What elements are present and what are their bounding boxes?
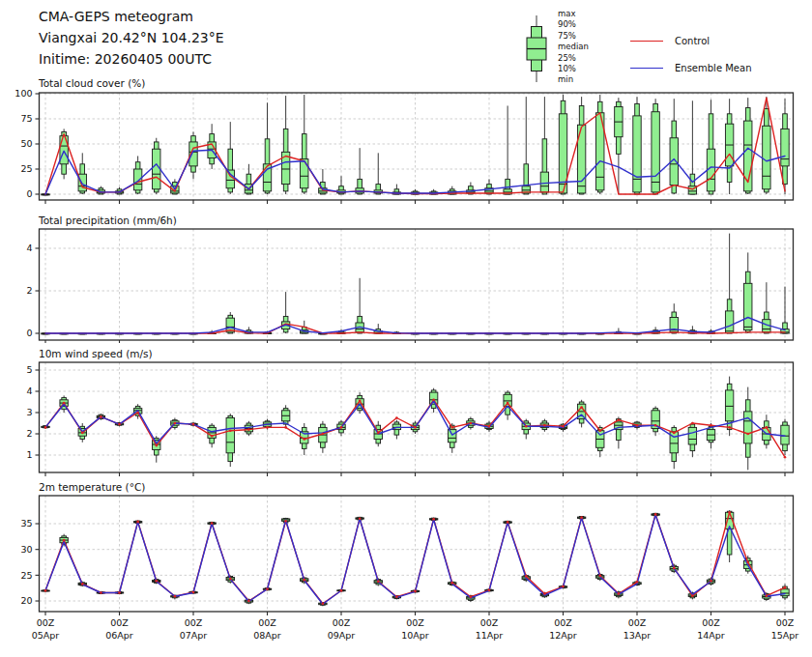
legend-label-median: median	[558, 42, 589, 52]
svg-text:07Apr: 07Apr	[180, 630, 208, 641]
svg-text:75: 75	[20, 113, 32, 124]
cloud-cover-chart: Total cloud cover (%)0255075100	[0, 75, 812, 209]
ensemble-mean-label: Ensemble Mean	[675, 63, 751, 73]
svg-text:15Apr: 15Apr	[771, 630, 799, 641]
legend-label-75: 75%	[558, 31, 589, 42]
init-time: Initime: 20260405 00UTC	[39, 48, 224, 70]
station-location: Viangxai 20.42°N 104.23°E	[39, 27, 224, 48]
svg-text:2: 2	[26, 428, 32, 439]
svg-text:10Apr: 10Apr	[401, 630, 429, 641]
temperature-chart: 2m temperature (°C)2025303500Z05Apr00Z06…	[0, 478, 812, 657]
svg-text:35: 35	[20, 518, 32, 528]
svg-text:12Apr: 12Apr	[549, 630, 577, 641]
svg-text:50: 50	[20, 138, 32, 149]
svg-text:1: 1	[26, 449, 32, 460]
legend-label-max: max	[558, 9, 589, 19]
svg-text:00Z: 00Z	[37, 617, 55, 628]
svg-text:0: 0	[26, 188, 32, 199]
legend-entry-control: Control	[630, 27, 751, 54]
svg-text:00Z: 00Z	[333, 617, 351, 628]
ensemble-mean-line-swatch	[630, 68, 663, 69]
svg-text:00Z: 00Z	[406, 617, 424, 628]
control-line-swatch	[630, 41, 663, 42]
svg-text:100: 100	[14, 88, 32, 99]
svg-text:09Apr: 09Apr	[328, 630, 356, 641]
svg-text:10m wind speed (m/s): 10m wind speed (m/s)	[39, 348, 153, 359]
precipitation-chart: Total precipitation (mm/6h)024	[0, 211, 812, 343]
svg-text:00Z: 00Z	[258, 617, 276, 628]
control-label: Control	[675, 36, 710, 46]
svg-text:20: 20	[20, 595, 32, 606]
series-legend: Control Ensemble Mean	[630, 27, 751, 81]
meteogram-figure: CMA-GEPS meteogram Viangxai 20.42°N 104.…	[0, 0, 812, 657]
svg-text:2m temperature (°C): 2m temperature (°C)	[39, 481, 145, 493]
svg-text:00Z: 00Z	[628, 617, 647, 628]
svg-text:00Z: 00Z	[702, 617, 720, 628]
svg-text:11Apr: 11Apr	[476, 630, 504, 641]
svg-text:13Apr: 13Apr	[624, 630, 652, 641]
svg-text:25: 25	[20, 163, 32, 174]
svg-text:14Apr: 14Apr	[697, 630, 725, 641]
svg-text:00Z: 00Z	[776, 617, 795, 628]
legend-label-25: 25%	[558, 53, 589, 64]
svg-text:00Z: 00Z	[110, 617, 129, 628]
figure-header: CMA-GEPS meteogram Viangxai 20.42°N 104.…	[39, 6, 224, 70]
svg-text:00Z: 00Z	[554, 617, 572, 628]
svg-text:06Apr: 06Apr	[105, 630, 133, 641]
svg-text:4: 4	[26, 243, 32, 253]
svg-text:00Z: 00Z	[185, 617, 203, 628]
legend-label-90: 90%	[558, 19, 589, 30]
svg-text:Total precipitation (mm/6h): Total precipitation (mm/6h)	[38, 214, 177, 226]
svg-text:0: 0	[26, 328, 32, 338]
svg-text:00Z: 00Z	[480, 617, 499, 628]
svg-text:Total cloud cover (%): Total cloud cover (%)	[38, 77, 145, 89]
svg-text:2: 2	[26, 285, 32, 296]
wind-speed-chart: 10m wind speed (m/s)12345	[0, 344, 812, 477]
legend-label-10: 10%	[558, 64, 589, 74]
svg-text:4: 4	[26, 386, 32, 396]
figure-title: CMA-GEPS meteogram	[39, 6, 224, 27]
svg-text:5: 5	[26, 364, 32, 375]
svg-text:05Apr: 05Apr	[32, 630, 60, 641]
svg-text:3: 3	[26, 407, 32, 417]
svg-text:30: 30	[20, 544, 32, 555]
svg-text:08Apr: 08Apr	[253, 630, 281, 641]
svg-text:25: 25	[20, 570, 32, 581]
